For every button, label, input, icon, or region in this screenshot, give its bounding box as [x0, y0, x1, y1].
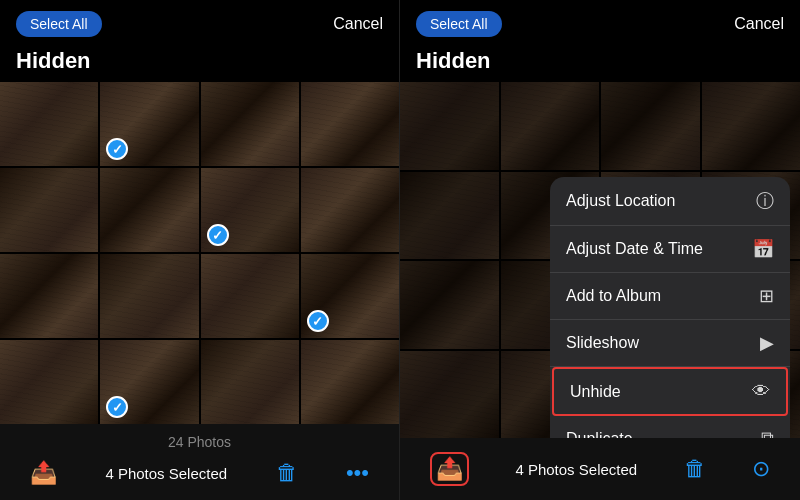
photo-cell[interactable] [100, 340, 198, 424]
left-top-bar: Select All Cancel [0, 0, 399, 44]
right-page-title: Hidden [400, 44, 800, 82]
photo-cell[interactable] [301, 254, 399, 338]
share-icon[interactable]: 📤 [30, 460, 57, 486]
right-select-all-button[interactable]: Select All [416, 11, 502, 37]
left-photo-grid [0, 82, 399, 424]
menu-item-label: Add to Album [566, 287, 661, 305]
left-page-title: Hidden [0, 44, 399, 82]
photo-cell[interactable] [201, 254, 299, 338]
photo-cell[interactable] [0, 82, 98, 166]
selected-label: 4 Photos Selected [105, 465, 227, 482]
menu-item-unhide[interactable]: Unhide👁 [552, 367, 788, 416]
menu-item-duplicate[interactable]: Duplicate⧉ [550, 416, 790, 438]
photo-cell[interactable] [201, 340, 299, 424]
right-bottom-bar: 📤 4 Photos Selected 🗑 ⊙ [400, 438, 800, 500]
left-cancel-button[interactable]: Cancel [333, 15, 383, 33]
menu-item-label: Adjust Location [566, 192, 675, 210]
left-select-all-button[interactable]: Select All [16, 11, 102, 37]
left-bottom-bar: 24 Photos 📤 4 Photos Selected 🗑 ••• [0, 424, 399, 500]
menu-item-icon: ⓘ [756, 189, 774, 213]
right-more-icon[interactable]: ⊙ [752, 456, 770, 482]
photo-cell[interactable] [201, 82, 299, 166]
right-delete-icon[interactable]: 🗑 [684, 456, 706, 482]
photo-cell[interactable] [100, 168, 198, 252]
menu-item-icon: 📅 [752, 238, 774, 260]
photo-cell[interactable] [0, 168, 98, 252]
photo-cell[interactable] [100, 254, 198, 338]
menu-item-label: Slideshow [566, 334, 639, 352]
photo-cell[interactable] [301, 82, 399, 166]
left-bottom-actions: 📤 4 Photos Selected 🗑 ••• [20, 456, 379, 490]
context-menu: Adjust LocationⓘAdjust Date & Time📅Add t… [550, 177, 790, 438]
left-panel: Select All Cancel Hidden [0, 0, 400, 500]
menu-item-icon: ⊞ [759, 285, 774, 307]
photo-cell[interactable] [301, 168, 399, 252]
right-panel: Select All Cancel Hidden [400, 0, 800, 500]
menu-item-add-to-album[interactable]: Add to Album⊞ [550, 273, 790, 320]
photo-cell[interactable] [301, 340, 399, 424]
menu-item-icon: ⧉ [761, 428, 774, 438]
photo-cell[interactable] [100, 82, 198, 166]
menu-item-adjust-location[interactable]: Adjust Locationⓘ [550, 177, 790, 226]
photo-cell[interactable] [0, 340, 98, 424]
menu-item-slideshow[interactable]: Slideshow▶ [550, 320, 790, 367]
right-grid-container: Adjust LocationⓘAdjust Date & Time📅Add t… [400, 82, 800, 438]
more-icon[interactable]: ••• [346, 460, 369, 486]
right-bottom-actions: 📤 4 Photos Selected 🗑 ⊙ [420, 448, 780, 490]
menu-item-icon: 👁 [752, 381, 770, 402]
menu-item-label: Adjust Date & Time [566, 240, 703, 258]
delete-icon[interactable]: 🗑 [276, 460, 298, 486]
menu-item-adjust-date-&-time[interactable]: Adjust Date & Time📅 [550, 226, 790, 273]
photo-cell[interactable] [0, 254, 98, 338]
right-cancel-button[interactable]: Cancel [734, 15, 784, 33]
menu-item-icon: ▶ [760, 332, 774, 354]
right-top-bar: Select All Cancel [400, 0, 800, 44]
share-button[interactable]: 📤 [430, 452, 469, 486]
selected-checkmark [307, 310, 329, 332]
right-selected-label: 4 Photos Selected [515, 461, 637, 478]
photo-count: 24 Photos [20, 434, 379, 450]
menu-item-label: Unhide [570, 383, 621, 401]
menu-item-label: Duplicate [566, 430, 633, 439]
selected-checkmark [207, 224, 229, 246]
photo-cell[interactable] [201, 168, 299, 252]
